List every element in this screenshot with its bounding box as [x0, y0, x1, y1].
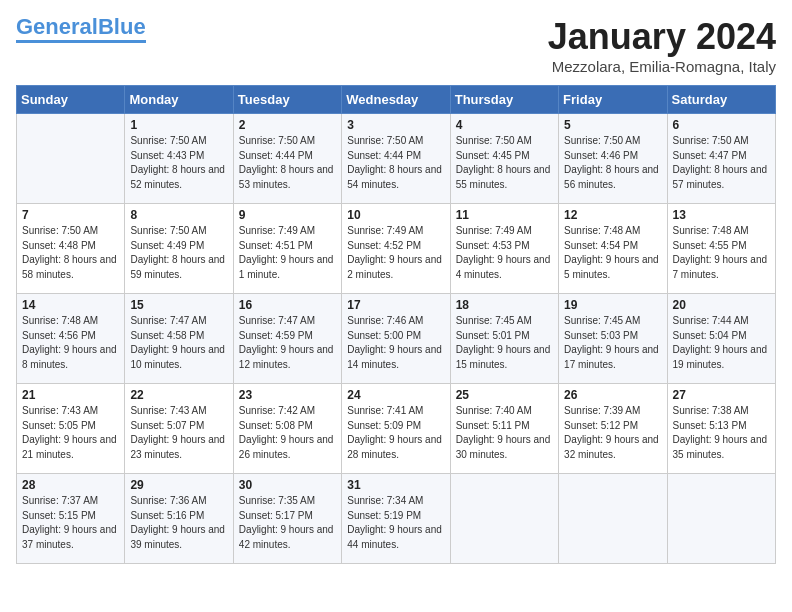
day-cell: 3Sunrise: 7:50 AMSunset: 4:44 PMDaylight…	[342, 114, 450, 204]
day-number: 14	[22, 298, 119, 312]
weekday-header-thursday: Thursday	[450, 86, 558, 114]
day-info: Sunrise: 7:46 AMSunset: 5:00 PMDaylight:…	[347, 314, 444, 372]
day-number: 28	[22, 478, 119, 492]
day-info: Sunrise: 7:50 AMSunset: 4:47 PMDaylight:…	[673, 134, 770, 192]
day-info: Sunrise: 7:41 AMSunset: 5:09 PMDaylight:…	[347, 404, 444, 462]
day-number: 8	[130, 208, 227, 222]
day-info: Sunrise: 7:43 AMSunset: 5:07 PMDaylight:…	[130, 404, 227, 462]
day-cell	[17, 114, 125, 204]
day-info: Sunrise: 7:48 AMSunset: 4:55 PMDaylight:…	[673, 224, 770, 282]
day-cell: 8Sunrise: 7:50 AMSunset: 4:49 PMDaylight…	[125, 204, 233, 294]
day-info: Sunrise: 7:50 AMSunset: 4:43 PMDaylight:…	[130, 134, 227, 192]
day-info: Sunrise: 7:50 AMSunset: 4:44 PMDaylight:…	[239, 134, 336, 192]
day-number: 24	[347, 388, 444, 402]
day-cell: 21Sunrise: 7:43 AMSunset: 5:05 PMDayligh…	[17, 384, 125, 474]
day-cell: 2Sunrise: 7:50 AMSunset: 4:44 PMDaylight…	[233, 114, 341, 204]
day-cell: 26Sunrise: 7:39 AMSunset: 5:12 PMDayligh…	[559, 384, 667, 474]
month-title: January 2024	[548, 16, 776, 58]
day-number: 10	[347, 208, 444, 222]
day-info: Sunrise: 7:50 AMSunset: 4:44 PMDaylight:…	[347, 134, 444, 192]
day-cell: 20Sunrise: 7:44 AMSunset: 5:04 PMDayligh…	[667, 294, 775, 384]
day-cell: 19Sunrise: 7:45 AMSunset: 5:03 PMDayligh…	[559, 294, 667, 384]
day-number: 27	[673, 388, 770, 402]
weekday-header-monday: Monday	[125, 86, 233, 114]
day-info: Sunrise: 7:50 AMSunset: 4:49 PMDaylight:…	[130, 224, 227, 282]
day-cell: 7Sunrise: 7:50 AMSunset: 4:48 PMDaylight…	[17, 204, 125, 294]
day-cell: 25Sunrise: 7:40 AMSunset: 5:11 PMDayligh…	[450, 384, 558, 474]
week-row-3: 14Sunrise: 7:48 AMSunset: 4:56 PMDayligh…	[17, 294, 776, 384]
day-number: 5	[564, 118, 661, 132]
week-row-4: 21Sunrise: 7:43 AMSunset: 5:05 PMDayligh…	[17, 384, 776, 474]
day-info: Sunrise: 7:44 AMSunset: 5:04 PMDaylight:…	[673, 314, 770, 372]
day-info: Sunrise: 7:50 AMSunset: 4:45 PMDaylight:…	[456, 134, 553, 192]
day-cell: 17Sunrise: 7:46 AMSunset: 5:00 PMDayligh…	[342, 294, 450, 384]
day-info: Sunrise: 7:39 AMSunset: 5:12 PMDaylight:…	[564, 404, 661, 462]
day-info: Sunrise: 7:45 AMSunset: 5:03 PMDaylight:…	[564, 314, 661, 372]
day-cell: 16Sunrise: 7:47 AMSunset: 4:59 PMDayligh…	[233, 294, 341, 384]
day-info: Sunrise: 7:47 AMSunset: 4:58 PMDaylight:…	[130, 314, 227, 372]
day-cell	[667, 474, 775, 564]
day-info: Sunrise: 7:43 AMSunset: 5:05 PMDaylight:…	[22, 404, 119, 462]
day-cell: 4Sunrise: 7:50 AMSunset: 4:45 PMDaylight…	[450, 114, 558, 204]
day-info: Sunrise: 7:42 AMSunset: 5:08 PMDaylight:…	[239, 404, 336, 462]
day-cell: 22Sunrise: 7:43 AMSunset: 5:07 PMDayligh…	[125, 384, 233, 474]
weekday-header-tuesday: Tuesday	[233, 86, 341, 114]
day-info: Sunrise: 7:48 AMSunset: 4:54 PMDaylight:…	[564, 224, 661, 282]
day-number: 26	[564, 388, 661, 402]
logo-underline	[16, 40, 146, 43]
day-cell: 23Sunrise: 7:42 AMSunset: 5:08 PMDayligh…	[233, 384, 341, 474]
weekday-header-sunday: Sunday	[17, 86, 125, 114]
day-info: Sunrise: 7:35 AMSunset: 5:17 PMDaylight:…	[239, 494, 336, 552]
day-number: 3	[347, 118, 444, 132]
weekday-header-wednesday: Wednesday	[342, 86, 450, 114]
day-number: 23	[239, 388, 336, 402]
day-cell: 5Sunrise: 7:50 AMSunset: 4:46 PMDaylight…	[559, 114, 667, 204]
day-info: Sunrise: 7:48 AMSunset: 4:56 PMDaylight:…	[22, 314, 119, 372]
weekday-header-friday: Friday	[559, 86, 667, 114]
day-cell: 11Sunrise: 7:49 AMSunset: 4:53 PMDayligh…	[450, 204, 558, 294]
day-number: 7	[22, 208, 119, 222]
day-number: 22	[130, 388, 227, 402]
day-number: 18	[456, 298, 553, 312]
day-cell: 1Sunrise: 7:50 AMSunset: 4:43 PMDaylight…	[125, 114, 233, 204]
day-info: Sunrise: 7:34 AMSunset: 5:19 PMDaylight:…	[347, 494, 444, 552]
week-row-2: 7Sunrise: 7:50 AMSunset: 4:48 PMDaylight…	[17, 204, 776, 294]
day-cell: 24Sunrise: 7:41 AMSunset: 5:09 PMDayligh…	[342, 384, 450, 474]
day-cell: 10Sunrise: 7:49 AMSunset: 4:52 PMDayligh…	[342, 204, 450, 294]
day-cell: 18Sunrise: 7:45 AMSunset: 5:01 PMDayligh…	[450, 294, 558, 384]
day-info: Sunrise: 7:50 AMSunset: 4:48 PMDaylight:…	[22, 224, 119, 282]
day-cell: 6Sunrise: 7:50 AMSunset: 4:47 PMDaylight…	[667, 114, 775, 204]
logo-part2: Blue	[98, 14, 146, 39]
day-number: 25	[456, 388, 553, 402]
day-cell	[559, 474, 667, 564]
day-number: 17	[347, 298, 444, 312]
day-cell: 9Sunrise: 7:49 AMSunset: 4:51 PMDaylight…	[233, 204, 341, 294]
day-info: Sunrise: 7:36 AMSunset: 5:16 PMDaylight:…	[130, 494, 227, 552]
day-number: 29	[130, 478, 227, 492]
day-number: 19	[564, 298, 661, 312]
calendar-table: SundayMondayTuesdayWednesdayThursdayFrid…	[16, 85, 776, 564]
day-number: 20	[673, 298, 770, 312]
day-info: Sunrise: 7:38 AMSunset: 5:13 PMDaylight:…	[673, 404, 770, 462]
location: Mezzolara, Emilia-Romagna, Italy	[548, 58, 776, 75]
weekday-header-row: SundayMondayTuesdayWednesdayThursdayFrid…	[17, 86, 776, 114]
day-cell: 29Sunrise: 7:36 AMSunset: 5:16 PMDayligh…	[125, 474, 233, 564]
day-cell: 27Sunrise: 7:38 AMSunset: 5:13 PMDayligh…	[667, 384, 775, 474]
week-row-5: 28Sunrise: 7:37 AMSunset: 5:15 PMDayligh…	[17, 474, 776, 564]
logo-text: GeneralBlue	[16, 16, 146, 38]
day-number: 9	[239, 208, 336, 222]
day-info: Sunrise: 7:49 AMSunset: 4:52 PMDaylight:…	[347, 224, 444, 282]
day-number: 30	[239, 478, 336, 492]
page-header: GeneralBlue January 2024 Mezzolara, Emil…	[16, 16, 776, 75]
day-cell: 12Sunrise: 7:48 AMSunset: 4:54 PMDayligh…	[559, 204, 667, 294]
day-number: 2	[239, 118, 336, 132]
day-info: Sunrise: 7:40 AMSunset: 5:11 PMDaylight:…	[456, 404, 553, 462]
day-number: 6	[673, 118, 770, 132]
week-row-1: 1Sunrise: 7:50 AMSunset: 4:43 PMDaylight…	[17, 114, 776, 204]
day-info: Sunrise: 7:50 AMSunset: 4:46 PMDaylight:…	[564, 134, 661, 192]
day-cell	[450, 474, 558, 564]
day-cell: 30Sunrise: 7:35 AMSunset: 5:17 PMDayligh…	[233, 474, 341, 564]
day-number: 1	[130, 118, 227, 132]
day-cell: 31Sunrise: 7:34 AMSunset: 5:19 PMDayligh…	[342, 474, 450, 564]
day-number: 11	[456, 208, 553, 222]
